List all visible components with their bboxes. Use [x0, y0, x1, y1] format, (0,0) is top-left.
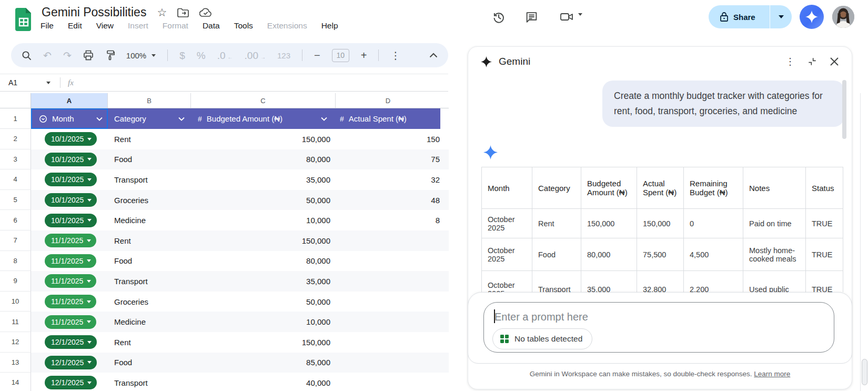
cell-actual[interactable]: 150: [336, 129, 440, 149]
number-format-button[interactable]: 123: [277, 51, 290, 60]
row-number[interactable]: 9: [0, 271, 31, 292]
panel-more-options-icon[interactable]: ⋮: [785, 57, 795, 66]
decrease-font-size-button[interactable]: −: [314, 50, 320, 61]
increase-decimal-icon[interactable]: .00→: [245, 51, 266, 61]
cell-budgeted[interactable]: 85,000: [191, 353, 336, 373]
cell-month[interactable]: 11/1/2025: [31, 271, 108, 292]
cell-category[interactable]: Food: [108, 149, 191, 170]
grid-vertical-scrollbar[interactable]: [860, 93, 868, 391]
cell-actual[interactable]: 8: [336, 210, 440, 230]
menu-view[interactable]: View: [96, 21, 114, 31]
name-box-caret-icon[interactable]: [46, 82, 51, 84]
version-history-icon[interactable]: [492, 11, 506, 24]
redo-icon[interactable]: ↷: [63, 51, 72, 61]
cell-actual[interactable]: [336, 353, 440, 373]
row-number[interactable]: 2: [0, 129, 31, 149]
select-all-corner[interactable]: [0, 93, 31, 108]
cell-budgeted[interactable]: 80,000: [191, 149, 336, 170]
menu-insert[interactable]: Insert: [128, 21, 148, 31]
learn-more-link[interactable]: Learn more: [754, 370, 790, 378]
date-chip[interactable]: 10/1/2025: [45, 173, 97, 186]
meet-dropdown-caret-icon[interactable]: [578, 16, 582, 25]
zoom-select[interactable]: 100%: [126, 51, 156, 60]
date-chip[interactable]: 11/1/2025: [45, 295, 96, 308]
date-chip[interactable]: 10/1/2025: [45, 132, 97, 146]
cell-category[interactable]: Food: [108, 251, 191, 272]
meet-camera-icon[interactable]: [560, 11, 573, 23]
cell-actual[interactable]: 75: [336, 149, 440, 170]
cell-month[interactable]: 10/1/2025: [31, 149, 108, 170]
cell-month[interactable]: 10/1/2025: [31, 210, 108, 230]
cell-month[interactable]: 11/1/2025: [31, 312, 108, 332]
hide-toolbar-icon[interactable]: [429, 53, 438, 58]
font-size-input[interactable]: 10: [332, 49, 349, 62]
cell-category[interactable]: Food: [108, 353, 191, 373]
date-chip[interactable]: 10/1/2025: [45, 153, 97, 166]
column-header-b[interactable]: B: [108, 93, 191, 108]
document-title[interactable]: Gemini Possibilities: [42, 5, 146, 19]
cell-budgeted[interactable]: 150,000: [191, 230, 336, 251]
filter-chevron-icon[interactable]: [321, 117, 327, 121]
undo-icon[interactable]: ↶: [43, 51, 52, 61]
search-icon[interactable]: [22, 51, 32, 61]
cell-budgeted[interactable]: 35,000: [191, 169, 336, 190]
column-header-c[interactable]: C: [191, 93, 336, 108]
date-chip[interactable]: 12/1/2025: [45, 376, 97, 389]
cell-category[interactable]: Medicine: [108, 210, 191, 230]
cell-actual[interactable]: [336, 332, 440, 353]
column-header-d[interactable]: D: [336, 93, 440, 108]
header-cell-actual[interactable]: # Actual Spent (₦): [336, 108, 440, 129]
cell-category[interactable]: Transport: [108, 373, 191, 391]
cell-budgeted[interactable]: 150,000: [191, 129, 336, 149]
cell-budgeted[interactable]: 10,000: [191, 312, 336, 332]
row-number[interactable]: 4: [0, 169, 31, 190]
sheets-logo-icon[interactable]: [15, 8, 32, 31]
cell-category[interactable]: Transport: [108, 169, 191, 190]
cell-month[interactable]: 12/1/2025: [31, 353, 108, 373]
row-number[interactable]: 8: [0, 251, 31, 272]
cell-budgeted[interactable]: 35,000: [191, 271, 336, 292]
cell-budgeted[interactable]: 40,000: [191, 373, 336, 391]
increase-font-size-button[interactable]: +: [361, 50, 367, 61]
decrease-decimal-icon[interactable]: .0←: [217, 51, 233, 61]
header-cell-category[interactable]: Category: [108, 108, 191, 129]
cell-category[interactable]: Groceries: [108, 190, 191, 210]
cell-actual[interactable]: [336, 312, 440, 332]
cell-actual[interactable]: 48: [336, 190, 440, 210]
move-to-folder-icon[interactable]: [177, 8, 189, 17]
cell-month[interactable]: 12/1/2025: [31, 332, 108, 353]
column-header-a[interactable]: A: [31, 93, 108, 108]
cell-category[interactable]: Groceries: [108, 292, 191, 312]
no-tables-chip[interactable]: No tables detected: [492, 328, 592, 349]
date-chip[interactable]: 11/1/2025: [45, 274, 96, 288]
cell-budgeted[interactable]: 10,000: [191, 210, 336, 230]
cell-budgeted[interactable]: 80,000: [191, 251, 336, 272]
row-number[interactable]: 3: [0, 149, 31, 170]
row-number[interactable]: 10: [0, 292, 31, 312]
cell-actual[interactable]: [336, 251, 440, 272]
row-number[interactable]: 1: [0, 108, 31, 129]
more-options-icon[interactable]: ⋮: [390, 51, 400, 61]
cell-month[interactable]: 10/1/2025: [31, 169, 108, 190]
menu-data[interactable]: Data: [203, 21, 220, 31]
menu-tools[interactable]: Tools: [234, 21, 253, 31]
date-chip[interactable]: 11/1/2025: [45, 254, 96, 268]
cell-actual[interactable]: 32: [336, 169, 440, 190]
filter-chevron-icon[interactable]: [96, 117, 103, 121]
panel-scrollbar[interactable]: [842, 80, 846, 139]
cloud-saved-icon[interactable]: [199, 8, 212, 17]
cell-category[interactable]: Rent: [108, 230, 191, 251]
cell-month[interactable]: 11/1/2025: [31, 230, 108, 251]
account-avatar[interactable]: [832, 6, 854, 28]
menu-edit[interactable]: Edit: [68, 21, 82, 31]
format-percent-icon[interactable]: %: [197, 51, 206, 61]
cell-actual[interactable]: [336, 373, 440, 391]
cell-actual[interactable]: [336, 230, 440, 251]
cell-category[interactable]: Medicine: [108, 312, 191, 332]
cell-month[interactable]: 11/1/2025: [31, 251, 108, 272]
cell-month[interactable]: 10/1/2025: [31, 190, 108, 210]
menu-extensions[interactable]: Extensions: [267, 21, 307, 31]
star-icon[interactable]: ☆: [157, 7, 167, 18]
panel-collapse-icon[interactable]: [807, 56, 817, 67]
row-number[interactable]: 12: [0, 332, 31, 353]
